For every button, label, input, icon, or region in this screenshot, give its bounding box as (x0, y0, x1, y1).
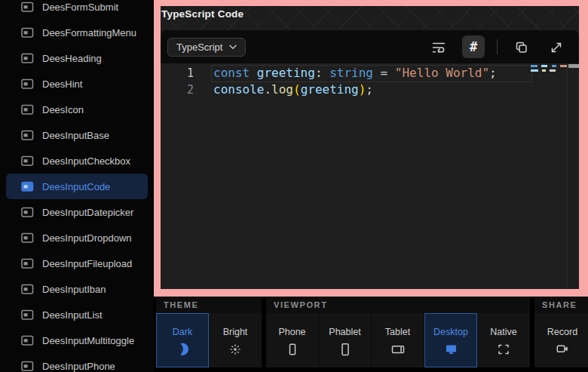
tablet-button[interactable]: Tablet (372, 313, 424, 367)
toolbar-section-viewport: VIEWPORTPhone Phablet Tablet Desktop Nat… (266, 297, 530, 372)
component-icon (21, 2, 34, 13)
sidebar-item-deeshint[interactable]: DeesHint (6, 71, 148, 97)
code-line: console.log(greeting); (212, 81, 531, 98)
sidebar-item-deesformsubmit[interactable]: DeesFormSubmit (6, 0, 148, 20)
phablet-button[interactable]: Phablet (319, 313, 372, 367)
minimap-line (531, 65, 567, 67)
toolbar-button-label: Dark (173, 327, 192, 337)
component-icon (21, 258, 34, 269)
desktop-button[interactable]: Desktop (424, 313, 477, 367)
native-icon (497, 343, 510, 356)
sidebar-item-label: DeesInputDatepicker (42, 207, 133, 218)
code-token: = (373, 66, 395, 80)
sidebar-item-label: DeesInputIban (42, 284, 106, 295)
story-frame: TypeScript Code TypeScript # 12 const gr… (154, 0, 588, 297)
code-token: greeting (257, 66, 315, 80)
sidebar-item-deesinputcode[interactable]: DeesInputCode (6, 174, 148, 199)
sidebar-item-deesicon[interactable]: DeesIcon (6, 97, 148, 122)
toolbar-buttons: Phone Phablet Tablet Desktop Native (266, 313, 530, 367)
overview-ruler[interactable] (567, 63, 579, 289)
record-icon (556, 342, 570, 356)
toolbar-button-label: Bright (223, 327, 248, 337)
toolbar-buttons: Record (534, 313, 588, 367)
sidebar-item-deesformattingmenu[interactable]: DeesFormattingMenu (6, 20, 148, 45)
toolbar-button-label: Record (547, 327, 577, 337)
minimap-slider[interactable] (568, 64, 579, 68)
toolbar-section-label: VIEWPORT (266, 297, 530, 313)
line-number: 2 (161, 81, 194, 98)
sidebar-item-deesinputbase[interactable]: DeesInputBase (6, 122, 148, 148)
record-button[interactable]: Record (534, 313, 588, 367)
sidebar-item-deesinputfileupload[interactable]: DeesInputFileupload (6, 251, 148, 276)
toolbar-section-label: THEME (156, 297, 262, 313)
desktop-icon (444, 343, 458, 356)
line-number: 1 (161, 65, 194, 81)
sidebar-item-deesinputcheckbox[interactable]: DeesInputCheckbox (6, 148, 148, 174)
language-selector-label: TypeScript (176, 42, 222, 53)
toolbar-button-label: Native (490, 327, 516, 337)
word-wrap-icon (431, 39, 446, 54)
component-list: DeesFormSubmit DeesFormattingMenu DeesHe… (0, 0, 154, 372)
code-content: const greeting: string = "Hello World";c… (212, 65, 531, 98)
component-icon (21, 309, 34, 321)
sidebar-item-label: DeesInputDropdown (42, 232, 132, 244)
sidebar-item-label: DeesInputBase (42, 130, 109, 141)
phone-button[interactable]: Phone (266, 313, 319, 367)
component-sidebar: DeesFormSubmit DeesFormattingMenu DeesHe… (0, 0, 154, 372)
sidebar-item-label: DeesIcon (42, 104, 84, 115)
tablet-icon (391, 343, 405, 356)
minimap[interactable] (531, 65, 567, 74)
code-token: string (329, 66, 373, 80)
toolbar-button-label: Tablet (385, 327, 410, 337)
sidebar-item-label: DeesHint (42, 78, 82, 90)
dark-button[interactable]: Dark (156, 313, 209, 367)
code-editor[interactable]: 12 const greeting: string = "Hello World… (161, 63, 579, 289)
component-icon (21, 335, 34, 346)
toolbar-button-label: Phone (278, 327, 305, 337)
toolbar-button-label: Phablet (329, 327, 360, 337)
component-icon (21, 207, 34, 218)
sidebar-item-label: DeesInputFileupload (42, 258, 132, 269)
toolbar-section-label: SHARE (534, 297, 588, 313)
copy-button[interactable] (510, 35, 532, 58)
sun-icon (228, 343, 242, 356)
sidebar-item-label: DeesInputList (42, 309, 103, 321)
sidebar-item-deesinputphone[interactable]: DeesInputPhone (6, 353, 148, 372)
expand-button[interactable] (544, 35, 567, 58)
code-input-panel: TypeScript # 12 const greeting: string =… (161, 30, 579, 289)
toolbar-button-label: Desktop (433, 327, 468, 337)
editor-actions: # (427, 35, 567, 58)
sidebar-item-deesinputlist[interactable]: DeesInputList (6, 302, 148, 327)
sidebar-item-label: DeesFormSubmit (42, 2, 118, 13)
component-icon (21, 232, 34, 244)
sidebar-item-deesinputiban[interactable]: DeesInputIban (6, 276, 148, 302)
story-title: TypeScript Code (161, 8, 243, 20)
code-token: "Hello World" (395, 66, 489, 80)
sidebar-item-label: DeesInputMultitoggle (42, 335, 134, 346)
line-numbers-button[interactable]: # (462, 35, 485, 58)
component-icon (21, 104, 34, 115)
sidebar-item-deesheading[interactable]: DeesHeading (6, 45, 148, 71)
bright-button[interactable]: Bright (209, 313, 262, 367)
sidebar-item-label: DeesInputCode (42, 181, 110, 192)
sidebar-item-deesinputdatepicker[interactable]: DeesInputDatepicker (6, 199, 148, 225)
component-icon (21, 284, 34, 295)
code-token: ) (359, 82, 366, 97)
component-icon (21, 78, 34, 90)
component-icon (21, 130, 34, 141)
chevron-down-icon (229, 45, 237, 50)
sidebar-item-label: DeesHeading (42, 53, 102, 64)
sidebar-item-deesinputdropdown[interactable]: DeesInputDropdown (6, 225, 148, 251)
language-selector[interactable]: TypeScript (167, 38, 246, 57)
code-panel-header: TypeScript # (161, 30, 579, 63)
word-wrap-button[interactable] (427, 35, 450, 58)
component-icon (21, 361, 34, 372)
minimap-line (531, 69, 567, 72)
code-line: const greeting: string = "Hello World"; (212, 65, 531, 81)
native-button[interactable]: Native (477, 313, 530, 367)
sidebar-item-label: DeesInputCheckbox (42, 155, 130, 167)
toolbar-section-share: SHARERecord (534, 297, 588, 372)
toolbar-buttons: Dark Bright (156, 313, 262, 367)
sidebar-item-deesinputmultitoggle[interactable]: DeesInputMultitoggle (6, 327, 148, 353)
code-token: ( (293, 82, 301, 97)
